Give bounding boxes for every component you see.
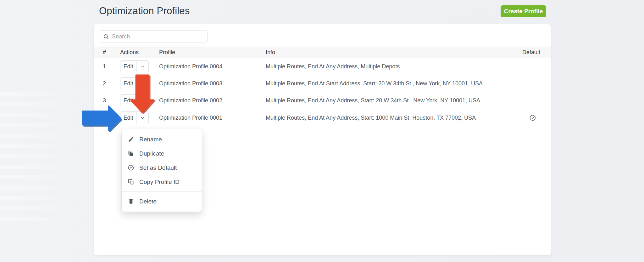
menu-divider: [122, 191, 202, 192]
edit-dropdown-toggle[interactable]: [136, 95, 148, 107]
table-row: 3 Edit Optimization Profile 0002 Multipl…: [94, 92, 551, 109]
row-context-menu: Rename Duplicate Set as Default Copy Pro…: [122, 129, 202, 212]
column-header-actions: Actions: [120, 49, 159, 56]
row-number: 3: [94, 97, 120, 104]
search-box: [99, 30, 208, 43]
actions-cell: Edit: [120, 94, 159, 107]
edit-button[interactable]: Edit: [120, 112, 136, 124]
column-header-info: Info: [266, 49, 507, 56]
table-header: # Actions Profile Info Default: [94, 47, 551, 58]
menu-item-rename[interactable]: Rename: [122, 132, 202, 146]
menu-item-delete[interactable]: Delete: [122, 194, 202, 208]
search-row: [94, 24, 551, 47]
page-title: Optimization Profiles: [99, 5, 190, 17]
edit-dropdown-toggle[interactable]: [136, 78, 148, 90]
actions-cell: Edit: [120, 77, 159, 90]
table-row: 1 Edit Optimization Profile 0004 Multipl…: [94, 58, 551, 75]
circle-check-icon: [128, 165, 134, 171]
table-row: 2 Edit Optimization Profile 0003 Multipl…: [94, 75, 551, 92]
create-profile-button[interactable]: Create Profile: [501, 5, 546, 17]
copy-icon: [128, 179, 134, 185]
edit-split-button: Edit: [120, 111, 149, 124]
column-header-default: Default: [507, 49, 551, 56]
chevron-down-icon: [140, 64, 145, 69]
search-input[interactable]: [112, 33, 203, 40]
default-cell: [507, 115, 551, 121]
row-number: 2: [94, 80, 120, 87]
pencil-icon: [128, 136, 134, 142]
row-number: 4: [94, 115, 120, 121]
profile-name: Optimization Profile 0004: [159, 63, 266, 70]
chevron-down-icon: [140, 81, 145, 86]
edit-split-button: Edit: [120, 60, 149, 73]
ghost-sidebar-skeleton: [0, 92, 74, 227]
edit-dropdown-toggle[interactable]: [136, 61, 148, 73]
menu-item-label: Copy Profile ID: [139, 179, 180, 185]
actions-cell: Edit: [120, 60, 159, 73]
column-header-num: #: [94, 49, 120, 56]
chevron-down-icon: [140, 116, 145, 120]
profile-info: Multiple Routes, End At Any Address, Sta…: [266, 115, 507, 121]
duplicate-icon: [128, 151, 134, 157]
edit-button[interactable]: Edit: [120, 61, 136, 73]
profile-name: Optimization Profile 0002: [159, 97, 266, 104]
edit-split-button: Edit: [120, 94, 149, 107]
menu-item-label: Delete: [139, 198, 157, 205]
table-body: 1 Edit Optimization Profile 0004 Multipl…: [94, 58, 551, 126]
trash-icon: [128, 198, 134, 204]
column-header-profile: Profile: [159, 49, 266, 56]
edit-button[interactable]: Edit: [120, 78, 136, 90]
edit-split-button: Edit: [120, 77, 149, 90]
profile-name: Optimization Profile 0001: [159, 115, 266, 121]
profile-name: Optimization Profile 0003: [159, 80, 266, 87]
chevron-down-icon: [140, 98, 145, 103]
profile-info: Multiple Routes, End At Any Address, Sta…: [266, 97, 507, 104]
menu-item-set-default[interactable]: Set as Default: [122, 161, 202, 175]
search-icon: [103, 34, 109, 39]
optimization-profiles-page: Optimization Profiles Create Profile # A…: [0, 0, 644, 262]
profile-info: Multiple Routes, End At Any Address, Mul…: [266, 63, 507, 70]
profile-info: Multiple Routes, End At Start Address, S…: [266, 80, 507, 87]
actions-cell: Edit: [120, 111, 159, 124]
edit-dropdown-toggle[interactable]: [136, 112, 148, 124]
default-check-icon: [530, 115, 536, 121]
menu-item-label: Set as Default: [139, 164, 177, 171]
menu-item-label: Rename: [139, 136, 162, 143]
menu-item-label: Duplicate: [139, 150, 164, 157]
edit-button[interactable]: Edit: [120, 95, 136, 107]
row-number: 1: [94, 63, 120, 70]
menu-item-duplicate[interactable]: Duplicate: [122, 146, 202, 161]
table-row: 4 Edit Optimization Profile 0001 Multipl…: [94, 109, 551, 126]
menu-item-copy-id[interactable]: Copy Profile ID: [122, 175, 202, 189]
